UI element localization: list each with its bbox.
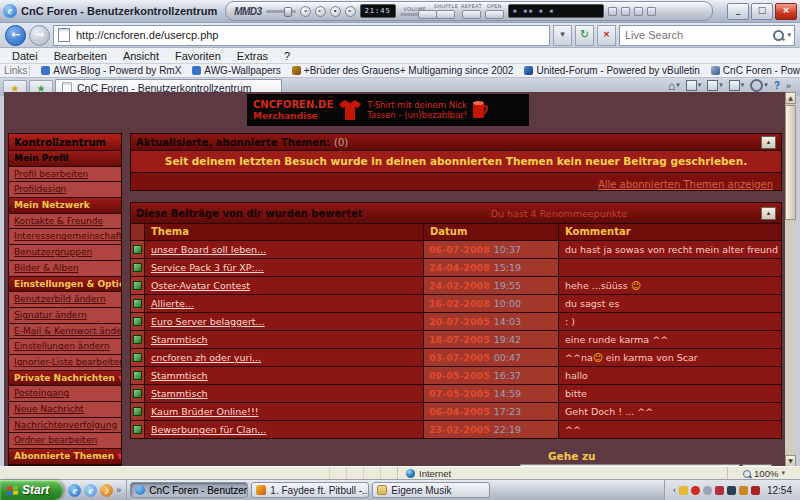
mmd-mini-button[interactable] bbox=[647, 7, 656, 16]
thread-link[interactable]: Service Pack 3 für XP:... bbox=[151, 262, 264, 273]
table-row: Kaum Brüder Online!!! 06-04-200517:23 Ge… bbox=[131, 402, 781, 420]
mmd-winamp-toolbar[interactable]: MMD3 ◄ ► ▪ ► 21:45 VOLUME SHUFFLEREPEATO… bbox=[225, 1, 713, 21]
sidebar-item[interactable]: Benutzergruppen bbox=[9, 245, 121, 261]
sidebar-item[interactable]: Ordner bearbeiten bbox=[9, 433, 121, 449]
taskbar-task-button[interactable]: Eigene Musik bbox=[372, 482, 490, 498]
collapse-button[interactable]: ▴ bbox=[761, 207, 776, 220]
favorites-link[interactable]: CnC Foren - Powered by vBulletin bbox=[711, 65, 800, 76]
column-thema: Thema bbox=[145, 224, 424, 240]
taskbar-task-button[interactable]: 1. Faydee ft. Pitbull -... bbox=[251, 482, 369, 498]
start-button[interactable]: Start bbox=[0, 480, 63, 500]
show-all-subscribed-link[interactable]: Alle abonnierten Themen anzeigen bbox=[598, 179, 773, 190]
rating-date: 07-05-2005 bbox=[429, 388, 490, 399]
tray-icon[interactable] bbox=[727, 486, 736, 495]
sidebar-item[interactable]: Kontakte & Freunde bbox=[9, 214, 121, 230]
sidebar-item[interactable]: Mein Netzwerk bbox=[9, 198, 121, 214]
help-button[interactable]: ? bbox=[774, 80, 780, 91]
windows-taskbar: Start e e ♪ » CnC Foren - Benutzer...1. … bbox=[0, 479, 800, 500]
shield-icon[interactable] bbox=[679, 486, 688, 495]
thread-link[interactable]: Euro Server belaggert... bbox=[151, 316, 265, 327]
prev-button[interactable]: ◄ bbox=[300, 6, 311, 17]
favorites-link[interactable]: +Brüder des Grauens+ Multigaming since 2… bbox=[292, 65, 514, 76]
quick-launch-chevron[interactable]: » bbox=[116, 485, 121, 495]
favorites-link[interactable]: AWG-Blog - Powerd by RmX bbox=[41, 65, 181, 76]
table-row: Allierte... 16-02-200810:00 du sagst es bbox=[131, 294, 781, 312]
sidebar-item[interactable]: Benutzerbild ändern bbox=[9, 292, 121, 308]
tray-icon[interactable] bbox=[739, 486, 748, 495]
page-icon bbox=[58, 28, 70, 42]
sidebar-item[interactable]: Mein Profil bbox=[9, 151, 121, 167]
sidebar-item[interactable]: Abonnierte Themen bbox=[9, 449, 121, 465]
stop-button[interactable]: ▪ bbox=[330, 6, 341, 17]
toggle-button[interactable]: REPEAT bbox=[461, 3, 482, 19]
thread-link[interactable]: Stammtisch bbox=[151, 388, 208, 399]
play-button[interactable]: ► bbox=[315, 6, 326, 17]
sidebar-item[interactable]: Neue Nachricht bbox=[9, 402, 121, 418]
mmd-mini-button[interactable] bbox=[621, 7, 630, 16]
quick-launch-browser-icon[interactable]: e bbox=[84, 484, 97, 497]
stop-navigation-button[interactable]: × bbox=[597, 25, 616, 46]
thread-link[interactable]: Stammtisch bbox=[151, 334, 208, 345]
menu-item[interactable]: Datei bbox=[4, 50, 46, 62]
tray-chevron-icon[interactable]: ‹ bbox=[673, 485, 676, 495]
scroll-up-icon[interactable]: ▲ bbox=[785, 92, 796, 104]
menu-item[interactable]: Favoriten bbox=[167, 50, 229, 62]
vertical-scrollbar[interactable]: ▲ ▼ bbox=[785, 92, 796, 467]
sidebar-item[interactable]: Interessengemeinschaften bbox=[9, 229, 121, 245]
sidebar-item[interactable]: Signatur ändern bbox=[9, 308, 121, 324]
thread-link[interactable]: cncforen zh oder yuri... bbox=[151, 352, 261, 363]
collapse-button[interactable]: ▴ bbox=[761, 136, 776, 149]
url-input[interactable] bbox=[74, 28, 545, 42]
tray-alert-icon[interactable] bbox=[691, 486, 700, 495]
rating-comment: ^^na☺ ein karma von Scar bbox=[559, 349, 781, 366]
tray-icon[interactable] bbox=[715, 486, 724, 495]
forward-button[interactable]: → bbox=[29, 25, 50, 46]
menu-item[interactable]: Ansicht bbox=[115, 50, 167, 62]
sidebar-item[interactable]: Bilder & Alben bbox=[9, 261, 121, 277]
next-button[interactable]: ► bbox=[345, 6, 356, 17]
thread-link[interactable]: Oster-Avatar Contest bbox=[151, 280, 250, 291]
quick-launch-media-icon[interactable]: ♪ bbox=[100, 484, 113, 497]
search-input[interactable] bbox=[623, 28, 770, 42]
minimize-button[interactable]: _ bbox=[727, 3, 749, 20]
back-button[interactable]: ← bbox=[5, 25, 26, 46]
mmd-mini-button[interactable] bbox=[608, 7, 617, 16]
thread-link[interactable]: Bewerbungen für Clan... bbox=[151, 424, 266, 435]
search-icon[interactable] bbox=[773, 30, 784, 41]
tray-icon[interactable] bbox=[703, 486, 712, 495]
merchandise-banner[interactable]: CNCFOREN.DE Merchandise T-Shirt mit dein… bbox=[247, 94, 529, 126]
sidebar-item[interactable]: Posteingang bbox=[9, 386, 121, 402]
sidebar-item[interactable]: Private Nachrichten bbox=[9, 371, 121, 387]
quick-launch-ie-icon[interactable]: e bbox=[68, 484, 81, 497]
toggle-button[interactable]: SHUFFLE bbox=[434, 3, 458, 19]
toolbar-overflow-chevron[interactable]: » bbox=[786, 81, 791, 91]
thread-link[interactable]: Allierte... bbox=[151, 298, 194, 309]
mmd-mini-button[interactable] bbox=[634, 7, 643, 16]
volume-control[interactable]: VOLUME bbox=[400, 6, 430, 16]
sidebar-item[interactable]: Profildesign bbox=[9, 182, 121, 198]
menu-item[interactable]: ? bbox=[276, 50, 298, 62]
menu-item[interactable]: Extras bbox=[229, 50, 276, 62]
sidebar-item[interactable]: E-Mail & Kennwort ändern bbox=[9, 324, 121, 340]
taskbar-task-button[interactable]: CnC Foren - Benutzer... bbox=[130, 482, 248, 498]
sidebar-item[interactable]: Nachrichtenverfolgung bbox=[9, 418, 121, 434]
url-dropdown-button[interactable]: ▾ bbox=[553, 25, 572, 46]
scrollbar-thumb[interactable] bbox=[785, 105, 796, 220]
menu-item[interactable]: Bearbeiten bbox=[46, 50, 115, 62]
sidebar-item[interactable]: Ignorier-Liste bearbeiten bbox=[9, 355, 121, 371]
thread-link[interactable]: Kaum Brüder Online!!! bbox=[151, 406, 259, 417]
sidebar-item[interactable]: Einstellungen ändern bbox=[9, 339, 121, 355]
toggle-button[interactable]: OPEN bbox=[485, 3, 504, 19]
favorites-link[interactable]: United-Forum - Powered by vBulletin bbox=[524, 65, 699, 76]
sidebar-item[interactable]: Profil bearbeiten bbox=[9, 167, 121, 183]
search-dropdown-icon[interactable]: ▾ bbox=[787, 26, 791, 45]
favorites-link[interactable]: AWG-Wallpapers bbox=[192, 65, 281, 76]
sidebar-item[interactable]: Einstellungen & Optionen bbox=[9, 277, 121, 293]
thread-link[interactable]: unser Board soll leben... bbox=[151, 244, 266, 255]
restore-button[interactable]: □ bbox=[751, 3, 773, 20]
thread-link[interactable]: Stammtisch bbox=[151, 370, 208, 381]
refresh-button[interactable]: ↻ bbox=[575, 25, 594, 46]
tray-icon[interactable] bbox=[751, 486, 760, 495]
close-button[interactable]: × bbox=[775, 3, 797, 20]
seek-slider[interactable] bbox=[266, 10, 296, 13]
